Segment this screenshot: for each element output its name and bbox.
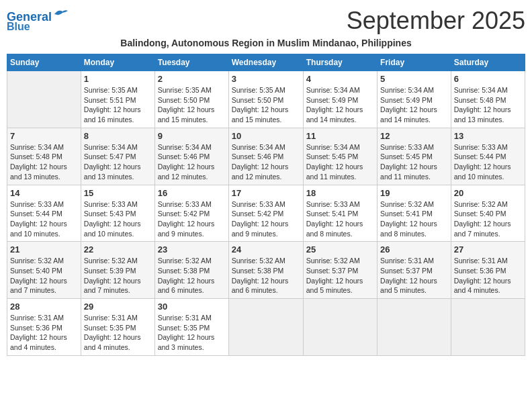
calendar-cell: 11Sunrise: 5:34 AMSunset: 5:45 PMDayligh… xyxy=(303,128,377,185)
day-number: 10 xyxy=(232,131,300,141)
day-number: 20 xyxy=(454,188,522,198)
day-info: Sunrise: 5:34 AMSunset: 5:49 PMDaylight:… xyxy=(306,85,374,125)
calendar-cell: 20Sunrise: 5:32 AMSunset: 5:40 PMDayligh… xyxy=(451,185,525,242)
day-number: 17 xyxy=(232,188,300,198)
day-info: Sunrise: 5:33 AMSunset: 5:41 PMDaylight:… xyxy=(306,199,374,239)
day-info: Sunrise: 5:34 AMSunset: 5:48 PMDaylight:… xyxy=(10,142,78,182)
month-title: September 2025 xyxy=(347,7,525,35)
day-info: Sunrise: 5:33 AMSunset: 5:42 PMDaylight:… xyxy=(158,199,226,239)
day-info: Sunrise: 5:35 AMSunset: 5:50 PMDaylight:… xyxy=(158,85,226,125)
calendar-cell: 24Sunrise: 5:32 AMSunset: 5:38 PMDayligh… xyxy=(228,242,303,299)
day-info: Sunrise: 5:35 AMSunset: 5:50 PMDaylight:… xyxy=(232,85,300,125)
calendar-cell: 27Sunrise: 5:31 AMSunset: 5:36 PMDayligh… xyxy=(451,242,525,299)
day-info: Sunrise: 5:31 AMSunset: 5:37 PMDaylight:… xyxy=(380,256,448,295)
calendar-table: SundayMondayTuesdayWednesdayThursdayFrid… xyxy=(7,54,525,356)
day-number: 7 xyxy=(10,131,78,141)
day-number: 2 xyxy=(158,74,226,84)
day-info: Sunrise: 5:31 AMSunset: 5:36 PMDaylight:… xyxy=(454,256,522,295)
day-info: Sunrise: 5:33 AMSunset: 5:42 PMDaylight:… xyxy=(232,199,300,239)
page-header: General Blue September 2025 xyxy=(7,7,525,35)
calendar-cell: 16Sunrise: 5:33 AMSunset: 5:42 PMDayligh… xyxy=(154,185,228,242)
day-info: Sunrise: 5:32 AMSunset: 5:39 PMDaylight:… xyxy=(84,256,152,295)
day-number: 5 xyxy=(380,74,448,84)
day-number: 24 xyxy=(232,244,300,255)
day-number: 8 xyxy=(84,131,152,141)
calendar-cell: 9Sunrise: 5:34 AMSunset: 5:46 PMDaylight… xyxy=(154,128,228,185)
calendar-cell: 26Sunrise: 5:31 AMSunset: 5:37 PMDayligh… xyxy=(378,242,451,299)
day-number: 29 xyxy=(84,302,152,312)
calendar-cell: 5Sunrise: 5:34 AMSunset: 5:49 PMDaylight… xyxy=(378,71,451,128)
day-info: Sunrise: 5:35 AMSunset: 5:51 PMDaylight:… xyxy=(84,85,152,125)
calendar-cell: 30Sunrise: 5:31 AMSunset: 5:35 PMDayligh… xyxy=(154,299,228,356)
day-info: Sunrise: 5:32 AMSunset: 5:38 PMDaylight:… xyxy=(232,256,300,295)
day-info: Sunrise: 5:32 AMSunset: 5:41 PMDaylight:… xyxy=(380,199,448,239)
bird-icon xyxy=(53,9,68,19)
day-info: Sunrise: 5:33 AMSunset: 5:45 PMDaylight:… xyxy=(380,142,448,182)
day-info: Sunrise: 5:33 AMSunset: 5:43 PMDaylight:… xyxy=(84,199,152,239)
day-number: 11 xyxy=(306,131,374,141)
day-info: Sunrise: 5:34 AMSunset: 5:49 PMDaylight:… xyxy=(380,85,448,125)
day-number: 1 xyxy=(84,74,152,84)
calendar-cell: 23Sunrise: 5:32 AMSunset: 5:38 PMDayligh… xyxy=(154,242,228,299)
weekday-header-sunday: Sunday xyxy=(7,54,81,71)
calendar-cell: 4Sunrise: 5:34 AMSunset: 5:49 PMDaylight… xyxy=(303,71,377,128)
day-info: Sunrise: 5:31 AMSunset: 5:36 PMDaylight:… xyxy=(10,313,78,353)
logo: General Blue xyxy=(7,11,68,32)
calendar-cell: 12Sunrise: 5:33 AMSunset: 5:45 PMDayligh… xyxy=(378,128,451,185)
calendar-cell: 7Sunrise: 5:34 AMSunset: 5:48 PMDaylight… xyxy=(7,128,81,185)
day-number: 4 xyxy=(306,74,374,84)
day-number: 18 xyxy=(306,188,374,198)
calendar-cell: 3Sunrise: 5:35 AMSunset: 5:50 PMDaylight… xyxy=(228,71,303,128)
calendar-cell: 8Sunrise: 5:34 AMSunset: 5:47 PMDaylight… xyxy=(81,128,154,185)
day-number: 30 xyxy=(158,302,226,312)
calendar-cell: 13Sunrise: 5:33 AMSunset: 5:44 PMDayligh… xyxy=(451,128,525,185)
day-info: Sunrise: 5:34 AMSunset: 5:45 PMDaylight:… xyxy=(306,142,374,182)
day-number: 14 xyxy=(10,188,78,198)
calendar-cell: 19Sunrise: 5:32 AMSunset: 5:41 PMDayligh… xyxy=(378,185,451,242)
calendar-cell: 18Sunrise: 5:33 AMSunset: 5:41 PMDayligh… xyxy=(303,185,377,242)
day-number: 9 xyxy=(158,131,226,141)
calendar-cell: 6Sunrise: 5:34 AMSunset: 5:48 PMDaylight… xyxy=(451,71,525,128)
day-number: 6 xyxy=(454,74,522,84)
day-number: 13 xyxy=(454,131,522,141)
day-info: Sunrise: 5:33 AMSunset: 5:44 PMDaylight:… xyxy=(10,199,78,239)
day-number: 19 xyxy=(380,188,448,198)
day-number: 25 xyxy=(306,244,374,255)
calendar-cell: 15Sunrise: 5:33 AMSunset: 5:43 PMDayligh… xyxy=(81,185,154,242)
calendar-cell xyxy=(303,299,377,356)
calendar-cell: 1Sunrise: 5:35 AMSunset: 5:51 PMDaylight… xyxy=(81,71,154,128)
day-number: 27 xyxy=(454,244,522,255)
day-info: Sunrise: 5:34 AMSunset: 5:48 PMDaylight:… xyxy=(454,85,522,125)
day-number: 21 xyxy=(10,244,78,255)
day-number: 15 xyxy=(84,188,152,198)
day-number: 3 xyxy=(232,74,300,84)
weekday-header-wednesday: Wednesday xyxy=(228,54,303,71)
calendar-cell: 25Sunrise: 5:32 AMSunset: 5:37 PMDayligh… xyxy=(303,242,377,299)
day-info: Sunrise: 5:33 AMSunset: 5:44 PMDaylight:… xyxy=(454,142,522,182)
day-info: Sunrise: 5:31 AMSunset: 5:35 PMDaylight:… xyxy=(84,313,152,353)
day-number: 12 xyxy=(380,131,448,141)
calendar-cell xyxy=(451,299,525,356)
calendar-cell: 2Sunrise: 5:35 AMSunset: 5:50 PMDaylight… xyxy=(154,71,228,128)
day-number: 16 xyxy=(158,188,226,198)
day-info: Sunrise: 5:32 AMSunset: 5:40 PMDaylight:… xyxy=(10,256,78,295)
weekday-header-monday: Monday xyxy=(81,54,154,71)
day-info: Sunrise: 5:32 AMSunset: 5:38 PMDaylight:… xyxy=(158,256,226,295)
logo-blue-text: Blue xyxy=(7,21,30,32)
calendar-cell: 17Sunrise: 5:33 AMSunset: 5:42 PMDayligh… xyxy=(228,185,303,242)
calendar-cell xyxy=(378,299,451,356)
day-number: 23 xyxy=(158,244,226,255)
day-info: Sunrise: 5:34 AMSunset: 5:46 PMDaylight:… xyxy=(232,142,300,182)
calendar-cell xyxy=(7,71,81,128)
weekday-header-tuesday: Tuesday xyxy=(154,54,228,71)
calendar-cell: 22Sunrise: 5:32 AMSunset: 5:39 PMDayligh… xyxy=(81,242,154,299)
day-number: 26 xyxy=(380,244,448,255)
calendar-cell xyxy=(228,299,303,356)
weekday-header-friday: Friday xyxy=(378,54,451,71)
page-subtitle: Balindong, Autonomous Region in Muslim M… xyxy=(7,38,525,48)
calendar-cell: 21Sunrise: 5:32 AMSunset: 5:40 PMDayligh… xyxy=(7,242,81,299)
calendar-cell: 29Sunrise: 5:31 AMSunset: 5:35 PMDayligh… xyxy=(81,299,154,356)
weekday-header-saturday: Saturday xyxy=(451,54,525,71)
calendar-cell: 28Sunrise: 5:31 AMSunset: 5:36 PMDayligh… xyxy=(7,299,81,356)
calendar-cell: 10Sunrise: 5:34 AMSunset: 5:46 PMDayligh… xyxy=(228,128,303,185)
